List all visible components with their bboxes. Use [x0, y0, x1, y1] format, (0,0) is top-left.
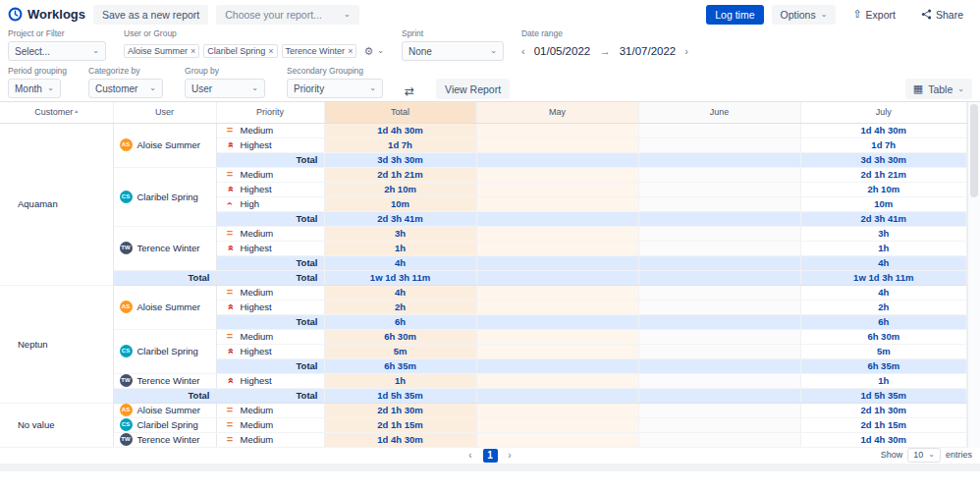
user-group-filter-label: User or Group	[124, 28, 384, 38]
sprint-filter-select[interactable]: None ⌄	[402, 41, 504, 61]
priority-cell: Medium	[216, 285, 324, 300]
scrollbar-thumb[interactable]	[970, 104, 978, 197]
column-header-total[interactable]: Total	[324, 102, 476, 123]
priority-cell: Highest	[216, 241, 324, 255]
june-cell	[638, 300, 800, 314]
vertical-scrollbar[interactable]	[967, 102, 980, 448]
may-cell	[476, 152, 638, 167]
july-cell: 10m	[800, 196, 967, 211]
user-group-filter: User or Group Aloise Summer × Claribel S…	[124, 28, 384, 61]
may-cell	[476, 196, 638, 211]
priority-cell: Medium	[216, 329, 324, 344]
table-row: Neptun ASAloise Summer Medium 4h 4h	[0, 285, 967, 300]
total-cell: 1h	[324, 373, 476, 388]
project-filter-label: Project or Filter	[8, 28, 106, 38]
report-select-placeholder: Choose your report...	[225, 9, 322, 21]
user-name: Claribel Spring	[137, 418, 198, 431]
june-cell	[638, 137, 800, 152]
project-filter-value: Select...	[15, 46, 50, 57]
table-row: TWTerence Winter Medium 3h 3h	[0, 226, 967, 241]
gear-icon[interactable]: ⚙	[363, 45, 373, 58]
export-button[interactable]: ⇧ Export	[844, 5, 904, 25]
project-filter-select[interactable]: Select... ⌄	[8, 41, 106, 61]
may-cell	[476, 300, 638, 314]
worklogs-logo-icon	[8, 7, 23, 22]
column-header-june[interactable]: June	[638, 102, 800, 123]
july-cell: 2d 1h 15m	[800, 417, 967, 432]
secondary-grouping-select[interactable]: Priority ⌄	[287, 79, 383, 98]
may-cell	[476, 182, 638, 196]
priority-label: Medium	[241, 124, 274, 137]
options-button[interactable]: Options ⌄	[772, 5, 837, 25]
column-header-customer[interactable]: Customer▴	[0, 102, 113, 123]
priority-highest-icon	[225, 139, 236, 150]
avatar: AS	[120, 138, 133, 151]
chevron-down-icon: ⌄	[149, 84, 156, 92]
date-to[interactable]: 31/07/2022	[620, 45, 677, 57]
categorize-by: Categorize by Customer ⌄	[88, 66, 163, 98]
may-cell	[476, 358, 638, 373]
remove-tag-icon[interactable]: ×	[268, 46, 273, 56]
july-cell: 3d 3h 30m	[800, 152, 967, 167]
report-select[interactable]: Choose your report... ⌄	[216, 5, 358, 25]
remove-tag-icon[interactable]: ×	[348, 46, 353, 56]
priority-label: Medium	[241, 433, 274, 446]
chevron-down-icon[interactable]: ⌄	[377, 47, 384, 55]
prev-page-button[interactable]: ‹	[463, 449, 478, 463]
per-page-select[interactable]: 10 ⌄	[907, 448, 941, 463]
view-report-button[interactable]: View Report	[436, 79, 510, 99]
avatar: CS	[120, 418, 133, 431]
project-filter: Project or Filter Select... ⌄	[8, 28, 106, 61]
total-cell: 1d 5h 35m	[324, 388, 476, 403]
total-cell: 2d 1h 21m	[324, 167, 476, 182]
july-cell: 2h	[800, 300, 967, 314]
share-button[interactable]: Share	[912, 5, 972, 25]
july-cell: 1h	[800, 373, 967, 388]
table-grid-icon: ▦	[913, 83, 923, 94]
july-cell: 6h 30m	[800, 329, 967, 344]
may-cell	[476, 137, 638, 152]
log-time-button[interactable]: Log time	[706, 5, 763, 25]
period-grouping: Period grouping Month ⌄	[8, 66, 67, 98]
july-cell: 4h	[800, 285, 967, 300]
priority-medium-icon	[225, 331, 236, 342]
view-mode-select[interactable]: ▦ Table ⌄	[905, 79, 972, 99]
priority-label: Highest	[241, 138, 272, 151]
save-report-button[interactable]: Save as a new report	[93, 5, 208, 25]
page-button[interactable]: 1	[483, 449, 498, 463]
chevron-down-icon: ⌄	[928, 451, 935, 459]
chevron-down-icon: ⌄	[369, 84, 376, 92]
remove-tag-icon[interactable]: ×	[191, 46, 195, 56]
refresh-icon[interactable]: ⇄	[405, 84, 414, 98]
avatar: TW	[120, 374, 133, 387]
group-by: Group by User ⌄	[185, 66, 265, 98]
horizontal-scrollbar[interactable]	[0, 464, 980, 471]
next-page-button[interactable]: ›	[503, 449, 517, 463]
column-header-july[interactable]: July	[800, 102, 967, 123]
chevron-right-icon[interactable]: ›	[684, 45, 688, 57]
user-cell: TWTerence Winter	[113, 226, 216, 270]
may-cell	[476, 226, 638, 241]
may-cell	[476, 285, 638, 300]
june-cell	[638, 403, 800, 417]
june-cell	[638, 432, 800, 447]
total-cell: 1d 7h	[324, 137, 476, 152]
group-by-select[interactable]: User ⌄	[185, 79, 265, 98]
priority-cell: Medium	[216, 123, 324, 137]
column-header-may[interactable]: May	[476, 102, 638, 123]
chevron-left-icon[interactable]: ‹	[521, 45, 525, 57]
may-cell	[476, 314, 638, 329]
period-grouping-select[interactable]: Month ⌄	[8, 79, 61, 98]
may-cell	[476, 344, 638, 358]
july-cell: 2h 10m	[800, 182, 967, 196]
total-cell: 3d 3h 30m	[324, 152, 476, 167]
column-header-user[interactable]: User	[113, 102, 216, 123]
date-from[interactable]: 01/05/2022	[534, 45, 591, 57]
user-name: Claribel Spring	[137, 191, 198, 203]
date-range-control: ‹ 01/05/2022 → 31/07/2022 ›	[521, 41, 688, 61]
user-cell: ASAloise Summer	[113, 285, 216, 329]
user-name: Aloise Summer	[137, 404, 200, 416]
categorize-by-select[interactable]: Customer ⌄	[88, 79, 163, 98]
date-range-filter: Date range ‹ 01/05/2022 → 31/07/2022 ›	[521, 28, 688, 61]
column-header-priority[interactable]: Priority	[216, 102, 324, 123]
